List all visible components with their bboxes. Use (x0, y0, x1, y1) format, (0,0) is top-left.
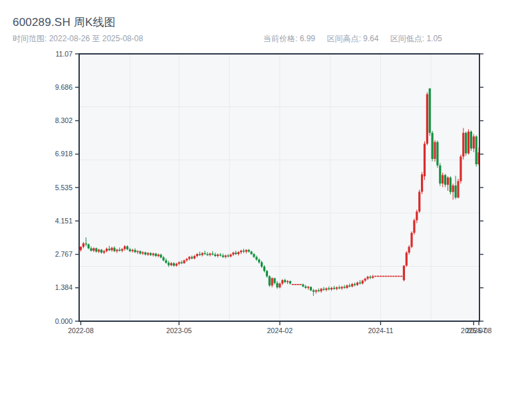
candle-body (310, 287, 312, 290)
kline-app: 600289.SH 周K线图 时间范围: 2022-08-26 至 2025-0… (0, 0, 532, 399)
candle-body (284, 280, 286, 282)
suspension-dash (400, 276, 402, 277)
candle (470, 130, 472, 151)
candle-body (106, 249, 108, 251)
candle-body (196, 254, 198, 256)
candle-body (121, 249, 123, 251)
candle (465, 132, 467, 156)
candle-body (209, 253, 211, 255)
candle-body (144, 253, 146, 255)
candle-body (90, 248, 92, 251)
kline-chart: 0.0001.3842.7674.1515.5356.9188.3029.686… (0, 0, 532, 399)
suspension-dash (382, 276, 384, 277)
candle-body (92, 248, 94, 251)
y-tick-label: 5.535 (55, 184, 72, 192)
candle-body (416, 211, 418, 220)
candle-body (432, 133, 434, 159)
candle (413, 219, 415, 235)
candle-body (225, 255, 227, 257)
candle-body (136, 251, 138, 252)
candle-body (380, 276, 382, 277)
candle-body (398, 276, 400, 277)
candle-body (118, 250, 120, 251)
candle-body (369, 277, 371, 277)
candle-body (289, 281, 291, 284)
candle-body (299, 284, 301, 285)
candle-body (253, 254, 255, 257)
candle-body (343, 287, 345, 287)
candle-body (235, 253, 237, 254)
candle-body (113, 248, 115, 251)
candle-body (279, 283, 281, 287)
candle-body (424, 144, 426, 176)
candle (460, 154, 462, 184)
candle-body (338, 287, 340, 288)
candle-body (366, 277, 368, 279)
candle-body (214, 255, 216, 256)
candle-body (436, 142, 438, 166)
candle (467, 129, 469, 154)
candle-body (346, 285, 348, 288)
candle-body (413, 220, 415, 233)
candle-body (429, 88, 431, 133)
candle-body (323, 289, 325, 289)
candle-body (258, 259, 260, 262)
candle-body (276, 283, 278, 288)
candle (410, 231, 412, 248)
candle-body (333, 288, 335, 289)
suspension-dash (377, 276, 379, 277)
candle-body (263, 267, 265, 271)
candle-body (421, 174, 423, 192)
candle-body (139, 251, 141, 254)
suspension-dash (295, 284, 297, 285)
candle-body (295, 284, 297, 285)
y-tick-label: 0.000 (55, 317, 72, 325)
candle-body (108, 249, 110, 250)
candle-body (183, 260, 185, 263)
candle-body (243, 251, 245, 251)
candle-body (147, 253, 149, 255)
candle (434, 140, 436, 162)
candle-body (372, 276, 374, 277)
candle-body (457, 181, 459, 198)
candle-body (158, 255, 160, 256)
candle-body (173, 263, 175, 266)
candle-body (351, 284, 353, 287)
candle-body (245, 250, 247, 252)
suspension-dash (387, 276, 389, 277)
candle-body (240, 251, 242, 252)
candle-body (382, 276, 384, 277)
candle-body (455, 186, 457, 198)
suspension-dash (390, 276, 392, 277)
candle-body (348, 285, 350, 286)
suspension-dash (374, 276, 376, 277)
candle (421, 172, 423, 194)
candle-body (134, 250, 136, 252)
candle (424, 141, 426, 180)
candle-body (142, 253, 144, 254)
candle-body (211, 253, 213, 254)
candle-body (387, 276, 389, 277)
candle-body (297, 284, 299, 285)
candle-body (255, 257, 257, 259)
candle-body (191, 257, 193, 258)
candle-body (318, 291, 320, 291)
y-tick-label: 4.151 (55, 217, 72, 225)
suspension-dash (392, 276, 394, 277)
candle-body (439, 166, 441, 184)
candle-body (465, 133, 467, 154)
candle-body (82, 243, 84, 247)
candle (436, 140, 438, 168)
candle-body (160, 255, 162, 257)
candle-body (287, 281, 289, 282)
candle-body (442, 175, 444, 184)
candle-body (199, 254, 201, 255)
candle-body (180, 262, 182, 263)
candle-body (392, 276, 394, 277)
candle-body (364, 279, 366, 281)
candle-body (80, 247, 82, 250)
y-tick-label: 11.07 (56, 50, 73, 58)
candle-body (462, 133, 464, 157)
candle-body (85, 243, 87, 244)
candle (432, 131, 434, 162)
